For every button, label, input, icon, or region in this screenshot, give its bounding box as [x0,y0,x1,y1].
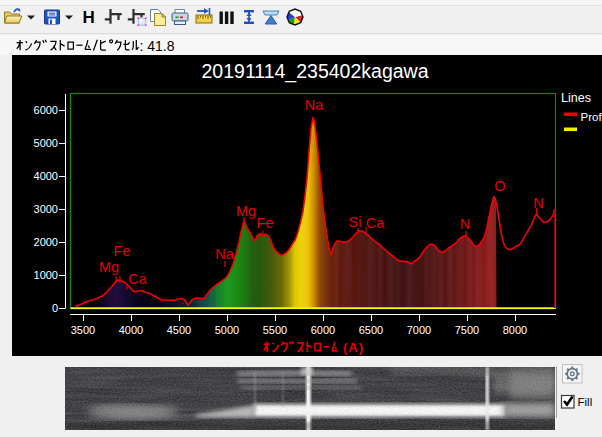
svg-text:5000: 5000 [34,137,58,149]
svg-text:6500: 6500 [359,324,383,336]
svg-text:: 41.8: : 41.8 [140,38,175,54]
svg-text:2000: 2000 [34,236,58,248]
svg-text:7000: 7000 [407,324,431,336]
svg-text:Si: Si [349,214,362,230]
svg-text:Fill: Fill [578,396,593,408]
svg-text:4000: 4000 [34,170,58,182]
svg-text:Mg: Mg [236,203,256,219]
svg-text:Fe: Fe [114,243,131,259]
svg-text:8000: 8000 [503,324,527,336]
svg-text:5500: 5500 [263,324,287,336]
svg-text:Na: Na [305,97,324,113]
svg-text:Ca: Ca [128,271,147,287]
svg-text:3000: 3000 [34,203,58,215]
svg-text:4000: 4000 [119,324,143,336]
svg-text:Lines: Lines [561,91,591,105]
svg-text:(A): (A) [343,340,364,355]
svg-text:6000: 6000 [311,324,335,336]
svg-text:6000: 6000 [34,104,58,116]
svg-text:4500: 4500 [167,324,191,336]
svg-text:7500: 7500 [455,324,479,336]
svg-text:Ca: Ca [366,215,385,231]
svg-text:5000: 5000 [215,324,239,336]
svg-text:Fe: Fe [257,215,274,231]
svg-text:N: N [533,195,543,211]
svg-text:N: N [460,216,470,232]
svg-text:1000: 1000 [34,269,58,281]
svg-text:Na: Na [215,246,234,262]
svg-text:3500: 3500 [71,324,95,336]
svg-text:Mg: Mg [99,259,119,275]
svg-text:0: 0 [52,302,58,314]
svg-text:Profile: Profile [581,111,602,123]
svg-text:O: O [494,178,505,194]
svg-text:20191114_235402kagawa: 20191114_235402kagawa [202,60,429,83]
